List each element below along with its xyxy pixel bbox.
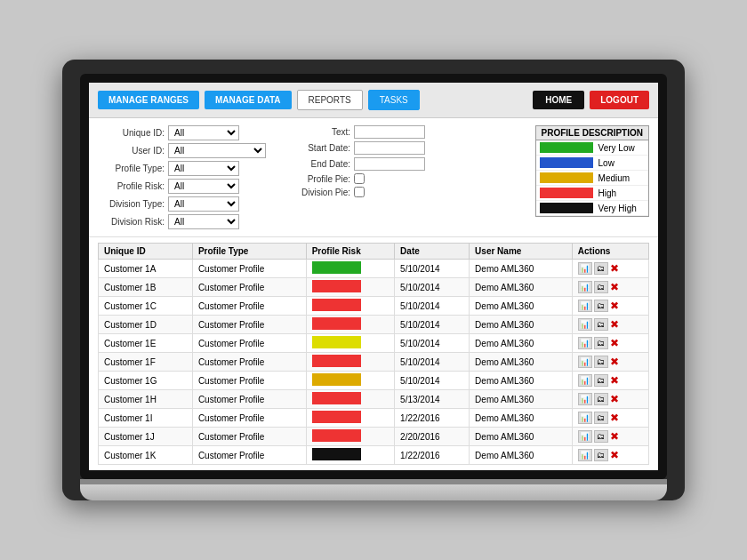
- cell-user: Demo AML360: [470, 353, 573, 372]
- cell-date: 2/20/2016: [395, 428, 470, 446]
- chart-icon[interactable]: 📊: [578, 412, 592, 424]
- logout-button[interactable]: LOGOUT: [590, 91, 649, 109]
- chart-icon[interactable]: 📊: [578, 374, 592, 387]
- cell-profile-type: Customer Profile: [192, 428, 306, 446]
- cell-actions: 📊 🗂 ✖: [572, 353, 648, 372]
- chart-icon[interactable]: 📊: [578, 430, 592, 443]
- view-icon[interactable]: 🗂: [594, 356, 608, 368]
- reports-button[interactable]: REPORTS: [297, 90, 363, 110]
- cell-profile-risk: [306, 428, 394, 446]
- chart-icon[interactable]: 📊: [578, 300, 592, 312]
- view-icon[interactable]: 🗂: [594, 318, 608, 331]
- level-low: Low: [536, 156, 648, 171]
- view-icon[interactable]: 🗂: [594, 374, 608, 387]
- manage-data-button[interactable]: MANAGE DATA: [205, 91, 292, 109]
- text-input[interactable]: [354, 125, 425, 139]
- filter-end-date: End Date:: [284, 157, 425, 171]
- risk-bar: [312, 317, 361, 330]
- cell-user: Demo AML360: [470, 390, 573, 409]
- unique-id-label: Unique ID:: [98, 128, 165, 138]
- delete-icon[interactable]: ✖: [610, 449, 619, 461]
- home-button[interactable]: HOME: [533, 91, 584, 109]
- chart-icon[interactable]: 📊: [578, 318, 592, 331]
- filter-profile-pie: Profile Pie:: [284, 173, 425, 184]
- risk-bar: [312, 261, 361, 274]
- cell-profile-risk: [306, 278, 394, 297]
- division-risk-select[interactable]: All: [168, 214, 239, 229]
- cell-profile-type: Customer Profile: [192, 334, 306, 353]
- high-swatch: [540, 188, 593, 198]
- profile-pie-checkbox[interactable]: [354, 173, 365, 184]
- view-icon[interactable]: 🗂: [594, 412, 608, 424]
- delete-icon[interactable]: ✖: [610, 393, 619, 405]
- profile-type-select[interactable]: All: [168, 161, 239, 176]
- level-high: High: [536, 186, 648, 201]
- view-icon[interactable]: 🗂: [594, 449, 608, 461]
- cell-profile-type: Customer Profile: [192, 372, 306, 390]
- delete-icon[interactable]: ✖: [610, 262, 619, 275]
- table-row: Customer 1I Customer Profile 1/22/2016 D…: [99, 409, 649, 428]
- filter-division-type: Division Type: All: [98, 196, 266, 212]
- tasks-button[interactable]: TASKS: [368, 90, 420, 110]
- cell-actions: 📊 🗂 ✖: [572, 428, 648, 446]
- delete-icon[interactable]: ✖: [610, 430, 619, 443]
- view-icon[interactable]: 🗂: [594, 430, 608, 443]
- view-icon[interactable]: 🗂: [594, 262, 608, 275]
- cell-profile-risk: [306, 372, 394, 390]
- delete-icon[interactable]: ✖: [610, 337, 619, 349]
- start-date-input[interactable]: [354, 141, 425, 155]
- cell-unique-id: Customer 1F: [99, 353, 193, 372]
- data-table: Unique ID Profile Type Profile Risk Date…: [98, 243, 649, 465]
- filter-unique-id: Unique ID: All: [98, 125, 266, 140]
- profile-type-label: Profile Type:: [98, 164, 165, 173]
- profile-risk-select[interactable]: All: [168, 179, 239, 194]
- view-icon[interactable]: 🗂: [594, 393, 608, 405]
- division-type-label: Division Type:: [98, 199, 165, 209]
- division-type-select[interactable]: All: [168, 196, 239, 212]
- delete-icon[interactable]: ✖: [610, 300, 619, 312]
- cell-user: Demo AML360: [470, 409, 573, 428]
- cell-user: Demo AML360: [470, 428, 573, 446]
- medium-label: Medium: [598, 173, 631, 183]
- chart-icon[interactable]: 📊: [578, 262, 592, 275]
- laptop-frame: MANAGE RANGES MANAGE DATA REPORTS TASKS …: [62, 60, 685, 500]
- view-icon[interactable]: 🗂: [594, 300, 608, 312]
- unique-id-select[interactable]: All: [168, 125, 239, 140]
- delete-icon[interactable]: ✖: [610, 374, 619, 387]
- cell-unique-id: Customer 1C: [99, 297, 193, 316]
- user-id-select[interactable]: All: [168, 143, 266, 158]
- chart-icon[interactable]: 📊: [578, 393, 592, 405]
- profile-desc-title: PROFILE DESCRIPTION: [536, 126, 648, 140]
- cell-actions: 📊 🗂 ✖: [572, 316, 648, 334]
- division-pie-checkbox[interactable]: [354, 187, 365, 197]
- chart-icon[interactable]: 📊: [578, 337, 592, 349]
- profile-pie-label: Profile Pie:: [284, 174, 350, 184]
- delete-icon[interactable]: ✖: [610, 318, 619, 331]
- user-id-label: User ID:: [98, 146, 165, 156]
- chart-icon[interactable]: 📊: [578, 281, 592, 293]
- high-label: High: [598, 188, 617, 198]
- end-date-input[interactable]: [354, 157, 425, 171]
- chart-icon[interactable]: 📊: [578, 356, 592, 368]
- cell-user: Demo AML360: [470, 334, 573, 353]
- delete-icon[interactable]: ✖: [610, 281, 619, 293]
- cell-user: Demo AML360: [470, 278, 573, 297]
- view-icon[interactable]: 🗂: [594, 281, 608, 293]
- delete-icon[interactable]: ✖: [610, 412, 619, 424]
- laptop-base: [80, 484, 667, 500]
- view-icon[interactable]: 🗂: [594, 337, 608, 349]
- table-row: Customer 1D Customer Profile 5/10/2014 D…: [99, 316, 649, 334]
- cell-user: Demo AML360: [470, 446, 573, 465]
- manage-ranges-button[interactable]: MANAGE RANGES: [98, 91, 199, 109]
- table-row: Customer 1G Customer Profile 5/10/2014 D…: [99, 372, 649, 390]
- left-filters: Unique ID: All User ID: All Profile Type…: [98, 125, 266, 229]
- screen: MANAGE RANGES MANAGE DATA REPORTS TASKS …: [89, 83, 658, 470]
- filter-division-pie: Division Pie:: [284, 187, 425, 197]
- chart-icon[interactable]: 📊: [578, 449, 592, 461]
- delete-icon[interactable]: ✖: [610, 356, 619, 368]
- cell-unique-id: Customer 1E: [99, 334, 193, 353]
- table-wrapper: Unique ID Profile Type Profile Risk Date…: [89, 237, 658, 470]
- col-user-name: User Name: [470, 244, 573, 260]
- cell-profile-type: Customer Profile: [192, 446, 306, 465]
- cell-date: 5/10/2014: [395, 334, 470, 353]
